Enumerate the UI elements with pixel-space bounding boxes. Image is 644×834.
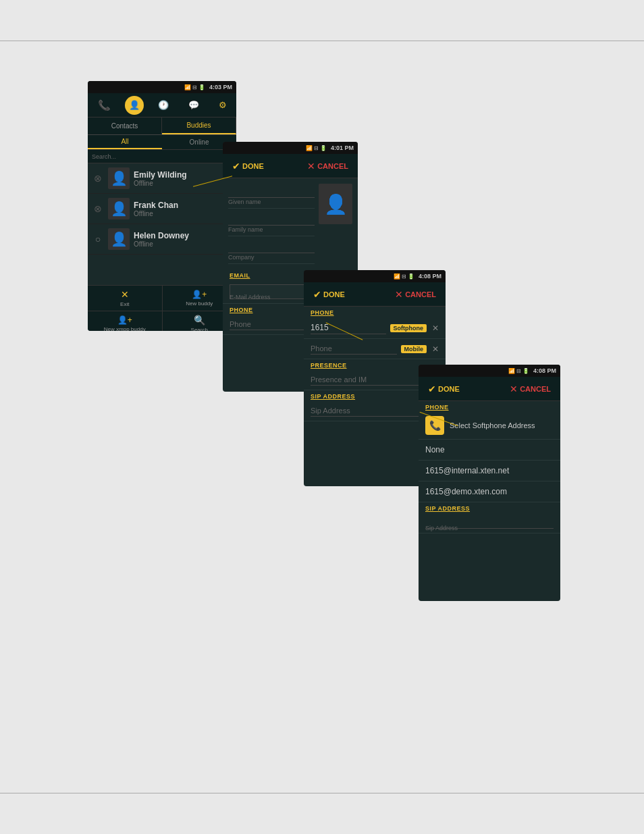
new-buddy-icon: 👤+ bbox=[192, 290, 207, 299]
screen4-cancel-icon: ✕ bbox=[510, 384, 518, 394]
screen4: 📶 ⊟ 🔋 4:08 PM ✔ DONE ✕ CANCEL PHONE 📞 bbox=[419, 365, 560, 601]
contact-item-emily[interactable]: ⊗ 👤 Emily Wilding Offline bbox=[88, 163, 236, 194]
search-icon: 🔍 bbox=[194, 315, 205, 325]
screen1-action-bar: ✕ Exit 👤+ New buddy bbox=[88, 285, 236, 311]
screen3-done-button[interactable]: ✔ DONE bbox=[309, 287, 349, 302]
emily-info: Emily Wilding Offline bbox=[134, 170, 232, 187]
screen2-cancel-label: CANCEL bbox=[317, 162, 348, 170]
screen2-done-label: DONE bbox=[242, 162, 264, 170]
nav-settings-icon[interactable]: ⚙ bbox=[213, 97, 232, 113]
nav-history-icon[interactable]: 🕐 bbox=[153, 97, 174, 113]
helen-info: Helen Downey Offline bbox=[134, 231, 232, 248]
screen4-cancel-label: CANCEL bbox=[520, 385, 551, 393]
wifi-icon: ⊟ bbox=[192, 84, 197, 90]
screen4-done-icon: ✔ bbox=[428, 384, 436, 394]
screen3-status-icons: 📶 ⊟ 🔋 4:08 PM bbox=[394, 273, 441, 280]
softphone-badge[interactable]: Softphone bbox=[390, 324, 427, 332]
tab-contacts[interactable]: Contacts bbox=[88, 118, 162, 134]
new-xmpp-icon: 👤+ bbox=[117, 315, 132, 325]
phone-input[interactable] bbox=[230, 319, 309, 330]
helen-avatar: 👤 bbox=[108, 228, 130, 250]
top-divider bbox=[0, 41, 644, 41]
contact-list: ⊗ 👤 Emily Wilding Offline ⊗ 👤 Frank Chan… bbox=[88, 163, 236, 285]
sub-tab-all[interactable]: All bbox=[88, 135, 162, 149]
option-none[interactable]: None bbox=[419, 440, 560, 461]
mobile-remove-icon[interactable]: ✕ bbox=[432, 344, 439, 354]
family-name-input[interactable] bbox=[228, 214, 315, 226]
helen-status-icon: ○ bbox=[92, 234, 104, 244]
new-xmpp-label: New xmpp buddy bbox=[104, 326, 146, 331]
screen4-status-icons: 📶 ⊟ 🔋 4:08 PM bbox=[508, 367, 556, 374]
screen4-done-label: DONE bbox=[438, 385, 460, 393]
option-xten-net[interactable]: 1615@internal.xten.net bbox=[419, 461, 560, 481]
name-fields: Given name Family name Company bbox=[228, 184, 315, 264]
company-input[interactable] bbox=[228, 242, 315, 253]
signal-icon: 📶 bbox=[184, 84, 191, 90]
nav-chat-icon[interactable]: 💬 bbox=[183, 97, 205, 113]
screen1-sub-tabs: All Online bbox=[88, 135, 236, 150]
screen2-status-bar: 📶 ⊟ 🔋 4:01 PM bbox=[223, 142, 358, 154]
email-placeholder: E-Mail Address bbox=[230, 294, 271, 301]
screen4-phone-label: PHONE bbox=[419, 401, 560, 412]
contact-item-helen[interactable]: ○ 👤 Helen Downey Offline bbox=[88, 224, 236, 255]
nav-phone-icon[interactable]: 📞 bbox=[92, 97, 116, 114]
s4-wifi-icon: ⊟ bbox=[516, 368, 521, 374]
contact-photo-icon: 👤 bbox=[324, 193, 348, 215]
screen2-header: ✔ DONE ✕ CANCEL bbox=[223, 154, 358, 178]
given-name-input[interactable] bbox=[228, 186, 315, 198]
s3-battery-icon: 🔋 bbox=[408, 273, 414, 280]
s4-battery-icon: 🔋 bbox=[522, 368, 529, 374]
screen1-nav-bar: 📞 👤 🕐 💬 ⚙ bbox=[88, 93, 236, 118]
screen3-done-label: DONE bbox=[323, 290, 345, 298]
company-placeholder: Company bbox=[228, 254, 315, 261]
contact-item-frank[interactable]: ⊗ 👤 Frank Chan Offline bbox=[88, 194, 236, 224]
screen3-phone-label: PHONE bbox=[304, 307, 446, 317]
screen1-status-bar: 📶 ⊟ 🔋 4:03 PM bbox=[88, 81, 236, 93]
mobile-badge[interactable]: Mobile bbox=[401, 345, 427, 353]
search-label: Search bbox=[191, 327, 208, 331]
screen1-action-bar2: 👤+ New xmpp buddy 🔍 Search bbox=[88, 311, 236, 331]
battery-icon: 🔋 bbox=[198, 84, 205, 90]
softphone-remove-icon[interactable]: ✕ bbox=[432, 323, 439, 333]
screen3-cancel-button[interactable]: ✕ CANCEL bbox=[391, 287, 440, 302]
tab-buddies[interactable]: Buddies bbox=[162, 118, 236, 134]
screen3-cancel-label: CANCEL bbox=[405, 290, 436, 298]
emily-status-icon: ⊗ bbox=[92, 173, 104, 184]
screen3-cancel-icon: ✕ bbox=[395, 289, 403, 300]
screen3-phone-row2: Mobile ✕ bbox=[304, 339, 446, 359]
screen3-phone-row1: Softphone ✕ bbox=[304, 317, 446, 339]
screen4-cancel-button[interactable]: ✕ CANCEL bbox=[506, 382, 555, 396]
new-buddy-label: New buddy bbox=[186, 301, 213, 307]
softphone-symbol: 📞 bbox=[429, 420, 441, 431]
phone-mobile-input[interactable] bbox=[311, 343, 397, 355]
frank-status-icon: ⊗ bbox=[92, 203, 104, 214]
screen2-time: 4:01 PM bbox=[331, 145, 354, 151]
screen4-sip-row: Sip Address bbox=[419, 513, 560, 533]
screen3-header: ✔ DONE ✕ CANCEL bbox=[304, 282, 446, 307]
helen-name: Helen Downey bbox=[134, 231, 232, 240]
screen3-time: 4:08 PM bbox=[419, 273, 441, 280]
family-name-placeholder: Family name bbox=[228, 226, 315, 233]
s2-wifi-icon: ⊟ bbox=[314, 145, 319, 151]
nav-contacts-icon[interactable]: 👤 bbox=[125, 96, 144, 115]
screen4-done-button[interactable]: ✔ DONE bbox=[424, 382, 464, 396]
screen4-sip-placeholder: Sip Address bbox=[425, 525, 458, 531]
emily-status: Offline bbox=[134, 180, 232, 187]
emily-avatar-icon: 👤 bbox=[111, 170, 128, 186]
screen3-done-icon: ✔ bbox=[313, 289, 321, 300]
contact-search-input[interactable] bbox=[92, 152, 232, 161]
exit-button[interactable]: ✕ Exit bbox=[88, 286, 163, 311]
select-softphone-row[interactable]: 📞 Select Softphone Address bbox=[419, 412, 560, 440]
screen2-done-button[interactable]: ✔ DONE bbox=[228, 159, 268, 174]
new-xmpp-buddy-button[interactable]: 👤+ New xmpp buddy bbox=[88, 311, 163, 331]
s3-signal-icon: 📶 bbox=[394, 273, 400, 280]
screen4-time: 4:08 PM bbox=[533, 367, 556, 374]
screen2-status-icons: 📶 ⊟ 🔋 4:01 PM bbox=[306, 145, 354, 151]
s2-battery-icon: 🔋 bbox=[320, 145, 327, 151]
screen2-done-icon: ✔ bbox=[232, 161, 240, 172]
screen1: 📶 ⊟ 🔋 4:03 PM 📞 👤 🕐 💬 ⚙ Contacts Buddies… bbox=[88, 81, 236, 331]
option-xten-com[interactable]: 1615@demo.xten.com bbox=[419, 481, 560, 502]
screen2-cancel-button[interactable]: ✕ CANCEL bbox=[303, 159, 352, 174]
given-name-placeholder: Given name bbox=[228, 199, 315, 205]
frank-avatar: 👤 bbox=[108, 198, 130, 219]
